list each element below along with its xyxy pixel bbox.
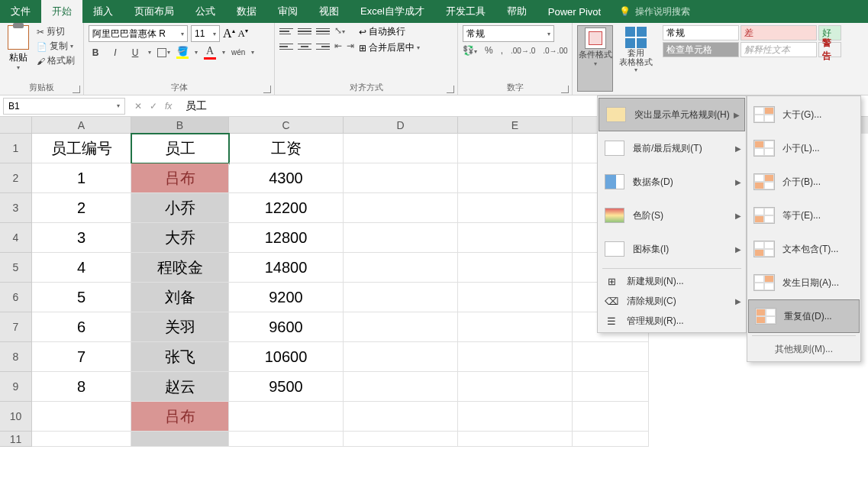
row-header[interactable]: 5: [0, 253, 32, 283]
tab-home[interactable]: 开始: [41, 0, 82, 23]
col-header-e[interactable]: E: [458, 117, 573, 134]
menu-top-bottom-rules[interactable]: 最前/最后规则(T)▶: [598, 131, 746, 165]
cell-E8[interactable]: [458, 342, 573, 372]
dialog-launcher-icon[interactable]: [263, 86, 271, 93]
cell-A4[interactable]: 3: [32, 223, 131, 253]
row-header[interactable]: 9: [0, 372, 32, 402]
cell-B11[interactable]: [131, 432, 229, 447]
format-painter-button[interactable]: 格式刷: [37, 54, 75, 67]
cell-D2[interactable]: [344, 163, 458, 193]
phonetic-button[interactable]: wén: [231, 48, 245, 57]
menu-data-bars[interactable]: 数据条(D)▶: [598, 165, 746, 199]
dialog-launcher-icon[interactable]: [447, 86, 454, 93]
underline-button[interactable]: U: [128, 47, 142, 58]
cell-D1[interactable]: [344, 134, 458, 163]
dialog-launcher-icon[interactable]: [73, 86, 80, 93]
col-header-d[interactable]: D: [344, 117, 458, 134]
accounting-format-button[interactable]: 💱▾: [463, 45, 477, 56]
cell-C4[interactable]: 12800: [229, 223, 344, 253]
submenu-duplicate-values[interactable]: 重复值(D)...: [748, 299, 860, 333]
decrease-font-icon[interactable]: A▾: [238, 27, 248, 40]
percent-button[interactable]: %: [485, 45, 493, 56]
menu-clear-rules[interactable]: ⌫清除规则(C)▶: [598, 291, 746, 311]
cell-E7[interactable]: [458, 312, 573, 342]
cell-B5[interactable]: 程咬金: [131, 253, 229, 283]
align-left-button[interactable]: [279, 40, 293, 53]
align-right-button[interactable]: [316, 40, 330, 53]
cell-E11[interactable]: [458, 432, 573, 447]
cell-E5[interactable]: [458, 253, 573, 283]
style-check-cell[interactable]: 检查单元格: [663, 42, 739, 57]
copy-button[interactable]: 复制▾: [37, 40, 75, 53]
cell-E2[interactable]: [458, 163, 573, 193]
submenu-less-than[interactable]: 小于(L)...: [747, 131, 860, 165]
submenu-greater-than[interactable]: 大于(G)...: [747, 98, 860, 131]
cell-B1[interactable]: 员工: [131, 134, 229, 163]
cut-button[interactable]: 剪切: [37, 25, 75, 38]
row-header[interactable]: 10: [0, 402, 32, 432]
cell-F9[interactable]: [573, 372, 649, 402]
col-header-a[interactable]: A: [32, 117, 131, 134]
cell-F11[interactable]: [573, 432, 649, 447]
style-bad[interactable]: 差: [741, 25, 817, 40]
cell-C5[interactable]: 14800: [229, 253, 344, 283]
increase-decimal-button[interactable]: .00→.0: [511, 47, 535, 55]
menu-color-scales[interactable]: 色阶(S)▶: [598, 199, 746, 232]
increase-indent-button[interactable]: ⇥: [347, 40, 354, 53]
cell-A1[interactable]: 员工编号: [32, 134, 131, 163]
submenu-between[interactable]: 介于(B)...: [747, 165, 860, 199]
paste-button[interactable]: 粘贴 ▾: [5, 25, 32, 80]
tell-me-search[interactable]: 💡操作说明搜索: [619, 0, 690, 23]
format-as-table-button[interactable]: 套用 表格格式▾: [618, 25, 653, 92]
row-header[interactable]: 2: [0, 163, 32, 193]
cell-E1[interactable]: [458, 134, 573, 163]
cell-F10[interactable]: [573, 402, 649, 432]
tab-insert[interactable]: 插入: [82, 0, 124, 23]
wrap-text-button[interactable]: ↩自动换行: [359, 25, 420, 38]
cell-A7[interactable]: 6: [32, 312, 131, 342]
fill-color-button[interactable]: 🪣: [176, 46, 189, 59]
cancel-icon[interactable]: ✕: [134, 101, 142, 112]
tab-developer[interactable]: 开发工具: [435, 0, 496, 23]
cell-B6[interactable]: 刘备: [131, 283, 229, 312]
cell-C3[interactable]: 12200: [229, 193, 344, 223]
increase-font-icon[interactable]: A▴: [223, 27, 235, 40]
cell-E3[interactable]: [458, 193, 573, 223]
cell-A6[interactable]: 5: [32, 283, 131, 312]
tab-powerpivot[interactable]: Power Pivot: [537, 0, 611, 23]
submenu-date-occurring[interactable]: 发生日期(A)...: [747, 266, 860, 299]
cell-A3[interactable]: 2: [32, 193, 131, 223]
align-bottom-button[interactable]: [316, 25, 330, 37]
cell-A2[interactable]: 1: [32, 163, 131, 193]
decrease-decimal-button[interactable]: .0→.00: [543, 47, 567, 55]
tab-formulas[interactable]: 公式: [185, 0, 226, 23]
tab-file[interactable]: 文件: [0, 0, 41, 23]
cell-C2[interactable]: 4300: [229, 163, 344, 193]
submenu-text-contains[interactable]: 文本包含(T)...: [747, 232, 860, 266]
select-all-corner[interactable]: [0, 117, 32, 134]
font-size-combo[interactable]: 11▾: [191, 25, 220, 42]
cell-A11[interactable]: ​: [32, 432, 131, 447]
bold-button[interactable]: B: [89, 47, 102, 58]
tab-help[interactable]: 帮助: [496, 0, 537, 23]
cell-C10[interactable]: [229, 402, 344, 432]
cell-B4[interactable]: 大乔: [131, 223, 229, 253]
cell-C6[interactable]: 9200: [229, 283, 344, 312]
tab-data[interactable]: 数据: [226, 0, 267, 23]
border-button[interactable]: ▾: [157, 48, 170, 57]
cell-E6[interactable]: [458, 283, 573, 312]
cell-C9[interactable]: 9500: [229, 372, 344, 402]
cell-B9[interactable]: 赵云: [131, 372, 229, 402]
col-header-c[interactable]: C: [229, 117, 344, 134]
conditional-formatting-button[interactable]: 条件格式▾: [577, 25, 613, 92]
cell-D7[interactable]: [344, 312, 458, 342]
cell-C8[interactable]: 10600: [229, 342, 344, 372]
row-header[interactable]: 4: [0, 223, 32, 253]
row-header[interactable]: 3: [0, 193, 32, 223]
cell-D11[interactable]: [344, 432, 458, 447]
decrease-indent-button[interactable]: ⇤: [334, 40, 342, 53]
tab-view[interactable]: 视图: [308, 0, 350, 23]
font-color-button[interactable]: A: [204, 45, 216, 60]
tab-selfstudy[interactable]: Excel自学成才: [350, 0, 435, 23]
row-header[interactable]: 8: [0, 342, 32, 372]
